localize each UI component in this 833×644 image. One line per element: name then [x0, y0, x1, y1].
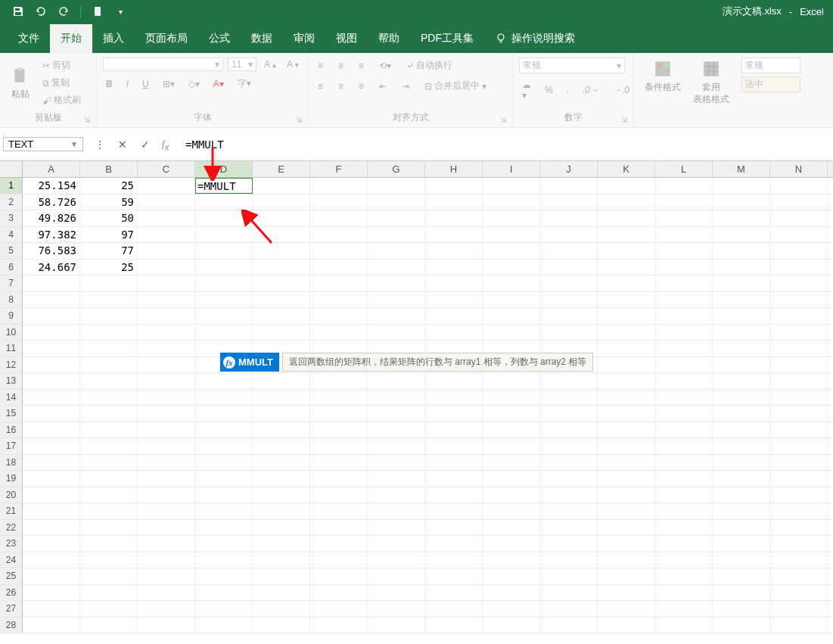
cell[interactable]: [655, 275, 713, 291]
row-header[interactable]: 14: [0, 390, 23, 406]
cell[interactable]: [425, 585, 483, 601]
cell[interactable]: [483, 243, 540, 259]
tab-home[interactable]: 开始: [50, 24, 92, 53]
cell[interactable]: [598, 260, 655, 275]
cell[interactable]: [655, 260, 713, 275]
cell[interactable]: [195, 194, 253, 210]
col-header-C[interactable]: C: [138, 161, 195, 177]
cell[interactable]: [195, 308, 253, 324]
cell[interactable]: [368, 194, 425, 210]
cell[interactable]: [713, 373, 770, 389]
cell[interactable]: [80, 503, 138, 519]
cell[interactable]: [770, 503, 828, 519]
cell[interactable]: [310, 520, 368, 536]
cell[interactable]: [310, 503, 368, 519]
row-header[interactable]: 10: [0, 325, 23, 341]
cell[interactable]: [540, 568, 598, 584]
comma-icon[interactable]: ,: [564, 83, 572, 97]
cell[interactable]: [195, 503, 253, 519]
cell[interactable]: [195, 275, 253, 291]
cell[interactable]: [655, 503, 713, 519]
cell[interactable]: [195, 438, 253, 454]
cell[interactable]: [23, 455, 80, 471]
touch-mode-icon[interactable]: [92, 5, 104, 17]
row-header[interactable]: 6: [0, 260, 23, 275]
cell[interactable]: [655, 487, 713, 503]
cell[interactable]: 97: [80, 227, 138, 243]
cell[interactable]: [713, 422, 770, 438]
font-launcher-icon[interactable]: ⇲: [296, 116, 302, 124]
row-header[interactable]: 2: [0, 194, 23, 210]
cell[interactable]: [425, 325, 483, 341]
cell[interactable]: [598, 520, 655, 536]
align-right-icon[interactable]: ≡: [356, 79, 367, 93]
cell[interactable]: [713, 503, 770, 519]
cell[interactable]: [425, 210, 483, 226]
cell[interactable]: [540, 390, 598, 406]
cell[interactable]: [138, 422, 195, 438]
row-header[interactable]: 18: [0, 455, 23, 471]
cell[interactable]: [138, 487, 195, 503]
cell[interactable]: [540, 455, 598, 471]
cell[interactable]: [483, 438, 540, 454]
cell[interactable]: [368, 520, 425, 536]
cell[interactable]: [655, 552, 713, 568]
cell[interactable]: 58.726: [23, 194, 80, 210]
cell[interactable]: [368, 227, 425, 243]
cell[interactable]: [368, 585, 425, 601]
cell[interactable]: [483, 503, 540, 519]
cell[interactable]: [368, 471, 425, 487]
cell[interactable]: [713, 536, 770, 552]
cell[interactable]: [713, 210, 770, 226]
cell[interactable]: [770, 618, 828, 633]
cell[interactable]: [540, 487, 598, 503]
cell[interactable]: [425, 601, 483, 617]
cell[interactable]: [195, 325, 253, 341]
cell[interactable]: [770, 601, 828, 617]
row-header[interactable]: 7: [0, 275, 23, 291]
cell[interactable]: [80, 568, 138, 584]
cell[interactable]: [253, 536, 310, 552]
cell[interactable]: [253, 260, 310, 275]
cell[interactable]: [483, 487, 540, 503]
cell[interactable]: [425, 422, 483, 438]
cell[interactable]: [253, 325, 310, 341]
cell[interactable]: [713, 275, 770, 291]
cell[interactable]: [368, 260, 425, 275]
col-header-E[interactable]: E: [253, 161, 310, 177]
cell[interactable]: [425, 503, 483, 519]
autocomplete-item[interactable]: fx MMULT: [220, 353, 279, 372]
cell[interactable]: [770, 292, 828, 308]
cell[interactable]: [598, 585, 655, 601]
cell[interactable]: [713, 243, 770, 259]
cell[interactable]: [138, 325, 195, 341]
cell[interactable]: [368, 422, 425, 438]
col-header-L[interactable]: L: [655, 161, 713, 177]
cell[interactable]: [655, 585, 713, 601]
cell[interactable]: [195, 455, 253, 471]
cell[interactable]: [253, 601, 310, 617]
cell[interactable]: [425, 455, 483, 471]
clipboard-launcher-icon[interactable]: ⇲: [84, 116, 90, 124]
cell[interactable]: [655, 390, 713, 406]
cell[interactable]: [310, 210, 368, 226]
cell[interactable]: [770, 422, 828, 438]
number-launcher-icon[interactable]: ⇲: [621, 116, 627, 124]
row-header[interactable]: 27: [0, 601, 23, 617]
cell[interactable]: [713, 194, 770, 210]
cell[interactable]: [253, 178, 310, 194]
cell[interactable]: [540, 373, 598, 389]
col-header-B[interactable]: B: [80, 161, 138, 177]
cell[interactable]: [195, 601, 253, 617]
cell[interactable]: 25: [80, 260, 138, 275]
cell[interactable]: [195, 292, 253, 308]
cell[interactable]: [253, 373, 310, 389]
cell[interactable]: 25: [80, 178, 138, 194]
tab-pdf[interactable]: PDF工具集: [410, 24, 484, 53]
cell[interactable]: [80, 438, 138, 454]
row-header[interactable]: 16: [0, 422, 23, 438]
cell[interactable]: [540, 601, 598, 617]
cell[interactable]: [713, 178, 770, 194]
redo-icon[interactable]: [58, 5, 70, 17]
cell[interactable]: [770, 536, 828, 552]
